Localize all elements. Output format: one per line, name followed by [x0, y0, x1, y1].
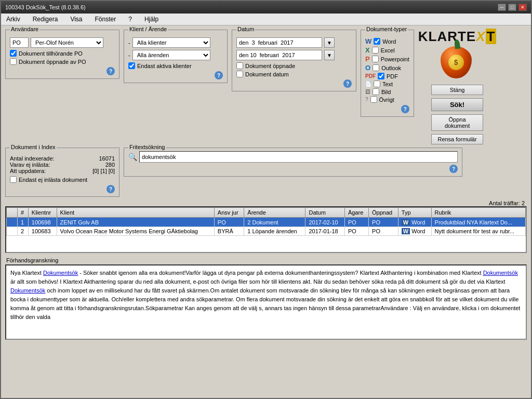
table-cell-7: PO — [344, 227, 368, 236]
preview-text-pre: Nya Klartext — [10, 270, 43, 276]
klient-label: Klient / Ärende — [128, 26, 168, 32]
ovrigt-app-icon: ? — [365, 97, 368, 102]
menu-redigera[interactable]: Redigera — [30, 15, 61, 24]
maximize-button[interactable]: □ — [508, 4, 516, 11]
doctype-ovrigt-row: ? Övrigt — [365, 96, 409, 103]
table-row[interactable]: ▶1100698ZENIT Golv ABPO2 Dokument2017-02… — [7, 218, 526, 227]
klient-help-icon[interactable]: ? — [215, 71, 223, 79]
th-indicator — [7, 208, 18, 218]
table-cell-5: 2 Dokument — [244, 218, 305, 227]
anvandare-help-icon[interactable]: ? — [107, 67, 115, 75]
sok-button[interactable]: Sök! — [431, 98, 483, 111]
menu-bar: Arkiv Redigera Visa Fönster ? Hjälp — [1, 14, 531, 25]
menu-arkiv[interactable]: Arkiv — [3, 15, 23, 24]
datum-from-row: ▼ — [236, 37, 352, 48]
pdf-label: PDF — [387, 73, 398, 79]
dok-index-help-icon[interactable]: ? — [107, 185, 115, 193]
cb-aktiva[interactable] — [128, 62, 135, 69]
th-datum: Datum — [305, 208, 344, 218]
antal-indexerade-label: Antal indexerade: — [10, 155, 55, 162]
cb-text[interactable] — [374, 81, 380, 87]
pdf-app-icon: PDF — [365, 73, 376, 79]
datum-to-input[interactable] — [236, 50, 322, 60]
arende-row: - Alla ärenden — [128, 50, 223, 60]
th-agare: Ägare — [344, 208, 368, 218]
rensa-button[interactable]: Rensa formulär — [431, 134, 483, 144]
text-label: Text — [382, 81, 393, 87]
cb-powerpoint[interactable] — [372, 56, 379, 62]
anvandare-label: Användare — [10, 26, 39, 32]
datum-to-calendar-btn[interactable]: ▼ — [324, 50, 335, 60]
datum-to-row: ▼ — [236, 50, 352, 60]
menu-visa[interactable]: Visa — [67, 15, 85, 24]
fritexter-input[interactable] — [139, 151, 458, 163]
th-klient: Klient — [57, 208, 214, 218]
coin: $ — [448, 55, 464, 70]
preview-highlight-3: Dokumentsök — [10, 287, 45, 294]
table-cell-4: PO — [214, 218, 244, 227]
search-row: 🔍 — [128, 151, 458, 163]
cb-dok-datum-label: Dokument datum — [245, 71, 289, 77]
th-ansv: Ansv jur — [214, 208, 244, 218]
cb-oppnade-datum[interactable] — [236, 62, 243, 69]
cb-ej-inlasta[interactable] — [10, 176, 17, 183]
cb-oppnade[interactable] — [10, 58, 17, 65]
preview-text-2: - Söker snabbt igenom alla era dokument!… — [78, 270, 483, 276]
title-bar: 100343 DokSök_Test (8.0.38.6) ─ □ ✕ — [1, 1, 531, 14]
doctype-pdf-row: PDF PDF — [365, 73, 409, 79]
cb-bild[interactable] — [373, 88, 379, 95]
fritexter-help-icon[interactable]: ? — [449, 165, 458, 173]
results-table-container[interactable]: # Klientnr Klient Ansv jur Ärende Datum … — [5, 206, 527, 253]
menu-question[interactable]: ? — [125, 15, 135, 24]
preview-content[interactable]: Nya Klartext Dokumentsök - Söker snabbt … — [5, 264, 527, 340]
preview-text-3: är allt som behövs! I Klartext Akthanter… — [10, 278, 506, 285]
klient-select[interactable]: Alla klienter — [132, 37, 210, 48]
cb-pdf[interactable] — [378, 73, 384, 79]
anvandare-select[interactable]: Per-Olof Norén — [31, 37, 103, 48]
menu-hjalp[interactable]: Hjälp — [141, 15, 162, 24]
menu-fonster[interactable]: Fönster — [92, 15, 119, 24]
cb-aktiva-label: Endast aktiva klienter — [137, 63, 192, 69]
close-button[interactable]: ✕ — [518, 4, 527, 11]
cb-word[interactable] — [374, 38, 380, 45]
doctype-bild-row: 🖼 Bild — [365, 88, 409, 95]
cb-dok-datum[interactable] — [236, 71, 243, 77]
arende-dash: - — [128, 52, 130, 58]
klient-row1: - Alla klienter — [128, 37, 223, 48]
table-cell-2: 100698 — [28, 218, 57, 227]
table-header-row: # Klientnr Klient Ansv jur Ärende Datum … — [7, 208, 526, 218]
cb-dok-datum-row: Dokument datum — [236, 71, 352, 77]
datum-help-icon[interactable]: ? — [343, 79, 352, 88]
minimize-button[interactable]: ─ — [498, 4, 506, 11]
table-cell-1: 2 — [18, 227, 29, 236]
arende-select[interactable]: Alla ärenden — [132, 50, 210, 60]
doktyp-help-icon[interactable]: ? — [401, 105, 409, 113]
cb-ovrigt[interactable] — [370, 96, 377, 103]
datum-from-calendar-btn[interactable]: ▼ — [324, 37, 335, 48]
cb-ej-inlasta-label: Endast ej inlästa dokument — [19, 177, 87, 183]
preview-text-4: och inom loppet av en millisekund har du… — [10, 287, 520, 320]
cb-oppnade-datum-row: Dokument öppnade — [236, 62, 352, 69]
klient-dash1: - — [128, 39, 130, 46]
antal-traffar-label: Antal träffar: 2 — [5, 200, 527, 206]
cb-excel[interactable] — [372, 47, 379, 54]
stang-button[interactable]: Stäng — [431, 85, 483, 95]
table-cell-8: PO — [369, 227, 398, 236]
cb-outlook[interactable] — [373, 64, 379, 71]
doctype-list: W Word X Excel P Powerpoint — [365, 37, 409, 103]
table-cell-1: 1 — [18, 218, 29, 227]
att-uppdatera-label: Att uppdatera: — [10, 168, 46, 174]
cb-tillhorande[interactable] — [10, 50, 17, 57]
table-row[interactable]: 2100683Volvo Ocean Race Motor Systems En… — [7, 227, 526, 236]
anvandare-code-input[interactable] — [10, 37, 29, 48]
oppna-button[interactable]: Öppna dokument — [431, 114, 483, 131]
datum-from-input[interactable] — [236, 37, 322, 48]
table-cell-6: 2017-02-10 — [305, 218, 344, 227]
doctype-excel-row: X Excel — [365, 46, 409, 54]
table-body: ▶1100698ZENIT Golv ABPO2 Dokument2017-02… — [7, 218, 526, 236]
doktyp-panel: Dokument-typer W Word X Excel P — [361, 30, 414, 117]
preview-area: Förhandsgranskning Nya Klartext Dokument… — [5, 257, 527, 340]
cb-tillhorande-row: Dokument tillhörande PO — [10, 50, 115, 57]
table-cell-10: Nytt dokument för test av rubr... — [431, 227, 525, 236]
anvandare-panel: Användare Per-Olof Norén Dokument tillhö… — [5, 30, 119, 79]
